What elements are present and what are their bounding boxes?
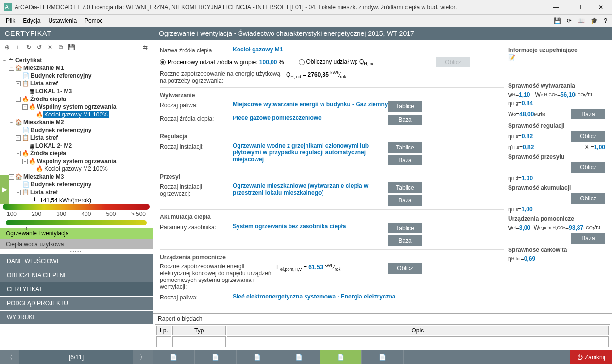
tree-m3[interactable]: Mieszkanie M3 — [22, 173, 65, 180]
content-title: Ogrzewanie i wentylacja - Świadectwo cha… — [153, 27, 612, 40]
radio-percent[interactable] — [160, 59, 166, 65]
close-button[interactable]: ⏻ Zamknij — [570, 350, 612, 364]
tree-lista3[interactable]: Lista stref — [29, 189, 59, 195]
val-paliwo2[interactable]: Sieć elektroenergetyczna systemowa - Ene… — [233, 293, 504, 300]
val-nazwa[interactable]: Kocioł gazowy M1 — [233, 46, 504, 53]
tablice-button-3[interactable]: Tablice — [388, 182, 422, 193]
col-lp[interactable]: Lp. — [156, 326, 171, 335]
tree-lista1[interactable]: Lista stref — [29, 80, 59, 87]
tree-m1[interactable]: Mieszkanie M1 — [22, 65, 65, 71]
oblicz-button-urz[interactable]: Oblicz — [388, 263, 422, 274]
bstrip-2[interactable]: 📄 — [195, 350, 237, 364]
pager-next[interactable]: 〉 — [133, 350, 153, 364]
tree-kociol2[interactable]: Kocioł gazowy M2 100% — [43, 165, 109, 172]
tree-wsp2[interactable]: Wspólny system ogrzewania — [36, 158, 117, 165]
baza-button-3[interactable]: Baza — [388, 195, 422, 206]
report-table[interactable]: Lp.TypOpis — [155, 324, 610, 348]
side-urzpom: Urządzenia pomocnicze — [508, 214, 605, 223]
rotate2-icon[interactable]: ↺ — [35, 43, 44, 51]
col-typ[interactable]: Typ — [172, 326, 226, 335]
tree-zrodla1[interactable]: Źródła ciepła — [29, 96, 67, 102]
tree-kociol1[interactable]: Kocioł gazowy M1 100% — [43, 111, 109, 118]
report-title: Raport o błędach — [153, 314, 612, 324]
tree-lokal1[interactable]: LOKAL 1- M3 — [34, 88, 73, 95]
tree-lista2[interactable]: Lista stref — [29, 134, 59, 141]
oblicz-side-2[interactable]: Oblicz — [571, 162, 605, 173]
baza-button-1[interactable]: Baza — [388, 115, 422, 125]
oblicz-side-3[interactable]: Oblicz — [571, 193, 605, 204]
nav-oblicz[interactable]: OBLICZENIA CIEPLNE — [0, 268, 153, 282]
bstrip-6[interactable]: 📄 — [362, 350, 404, 364]
tree-m2[interactable]: Mieszkanie M2 — [22, 119, 65, 126]
tablice-button-4[interactable]: Tablice — [388, 223, 422, 233]
baza-side-1[interactable]: Baza — [571, 109, 605, 119]
plus-icon[interactable]: + — [14, 43, 22, 51]
val-rzc[interactable]: Piece gazowe pomieszczeniowe — [233, 115, 388, 121]
nav-cert[interactable]: CERTYFIKAT — [0, 282, 153, 296]
close-window-button[interactable]: ✕ — [590, 0, 612, 15]
expand-arrow-icon[interactable]: ▶ — [0, 175, 9, 204]
tree-zrodla2[interactable]: Źródła ciepła — [29, 150, 67, 157]
maximize-button[interactable]: ☐ — [567, 0, 590, 15]
sec-wytw: Wytwarzanie — [160, 87, 504, 99]
bstrip-5[interactable]: 📄 — [320, 350, 362, 364]
col-opis[interactable]: Opis — [227, 326, 609, 335]
sel-heating[interactable]: Ogrzewanie i wentylacja — [0, 228, 153, 239]
book-icon[interactable]: 📖 — [578, 17, 585, 24]
sec-akum: Akumulacja ciepła — [160, 209, 504, 221]
project-tree[interactable]: −🗀 Certyfikat −🏠 Mieszkanie M1 📄 Budynek… — [0, 54, 153, 195]
val-eel: Eel,pom,H,V = 61,53 kWh⁄rok — [276, 263, 388, 272]
oblicz-side-1[interactable]: Oblicz — [571, 131, 605, 142]
window-title: ArCADia-TERMOCAD LT 7.0 Licencja dla: WE… — [15, 4, 545, 11]
baza-side-2[interactable]: Baza — [571, 233, 605, 244]
nav-dane[interactable]: DANE WEJŚCIOWE — [0, 254, 153, 268]
sync-icon[interactable]: ⇆ — [141, 43, 150, 51]
tree-budref2[interactable]: Budynek referencyjny — [30, 127, 92, 133]
tablice-button-1[interactable]: Tablice — [388, 101, 422, 112]
pager-prev[interactable]: 〈 — [0, 350, 19, 364]
tree-wsp1[interactable]: Wspólny system ogrzewania — [36, 103, 117, 110]
baza-button-4[interactable]: Baza — [388, 235, 422, 246]
val-percent[interactable]: 100,00 — [259, 59, 277, 66]
menu-bar: Plik Edycja Ustawienia Pomoc 💾 ⟳ 📖 🎓 ? — [0, 15, 612, 27]
val-paliwo[interactable]: Miejscowe wytwarzanie energii w budynku … — [233, 101, 388, 108]
menu-help[interactable]: Pomoc — [85, 17, 102, 24]
note-icon[interactable]: 📝 — [508, 54, 605, 61]
save-icon[interactable]: 💾 — [554, 17, 561, 24]
tablice-button-2[interactable]: Tablice — [388, 142, 422, 153]
tree-budref3[interactable]: Budynek referencyjny — [30, 181, 92, 188]
val-ntot: ηH,tot = 0,69 — [508, 254, 605, 263]
val-instog[interactable]: Ogrzewanie mieszkaniowe (wytwarzanie cie… — [233, 182, 388, 196]
tree-lokal2[interactable]: LOKAL 2- M2 — [34, 142, 73, 149]
lbl-paliwo: Rodzaj paliwa: — [160, 101, 233, 109]
select-list: Ogrzewanie i wentylacja Ciepła woda użyt… — [0, 228, 153, 249]
bstrip-4[interactable]: 📄 — [278, 350, 320, 364]
val-param[interactable]: System ogrzewania bez zasobnika ciepła — [233, 223, 388, 230]
tree-budref1[interactable]: Budynek referencyjny — [30, 72, 92, 79]
graduate-icon[interactable]: 🎓 — [591, 17, 598, 24]
menu-settings[interactable]: Ustawienia — [48, 17, 77, 24]
bstrip-3[interactable]: 📄 — [237, 350, 278, 364]
nav-podglad[interactable]: PODGLĄD PROJEKTU — [0, 297, 153, 310]
grip-icon[interactable]: ▪▪▪▪▪ — [0, 249, 153, 254]
nav-wydruki[interactable]: WYDRUKI — [0, 311, 153, 324]
add-icon[interactable]: ⊕ — [3, 43, 12, 51]
minimize-button[interactable]: — — [545, 0, 567, 15]
rotate-icon[interactable]: ↻ — [24, 43, 33, 51]
radio-computed[interactable] — [299, 59, 305, 65]
delete-icon[interactable]: ✕ — [46, 43, 54, 51]
save2-icon[interactable]: 💾 — [67, 43, 76, 51]
baza-button-2[interactable]: Baza — [388, 155, 422, 165]
help-icon[interactable]: ? — [604, 17, 607, 24]
val-wh: wH = 1,10 We,H,CO₂= 56,10 t CO₂⁄TJ — [508, 90, 605, 99]
tree-root[interactable]: Certyfikat — [14, 57, 43, 64]
menu-edit[interactable]: Edycja — [23, 17, 40, 24]
menu-file[interactable]: Plik — [6, 17, 15, 24]
side-prz: Sprawność przesyłu — [508, 151, 605, 161]
val-inst[interactable]: Ogrzewanie wodne z grzejnikami członowym… — [233, 142, 388, 163]
sel-hotwater[interactable]: Ciepła woda użytkowa — [0, 239, 153, 249]
bstrip-1[interactable]: 📄 — [153, 350, 195, 364]
refresh-icon[interactable]: ⟳ — [567, 17, 572, 24]
copy-icon[interactable]: ⧉ — [56, 43, 65, 51]
tick-500: 500 — [106, 211, 116, 217]
